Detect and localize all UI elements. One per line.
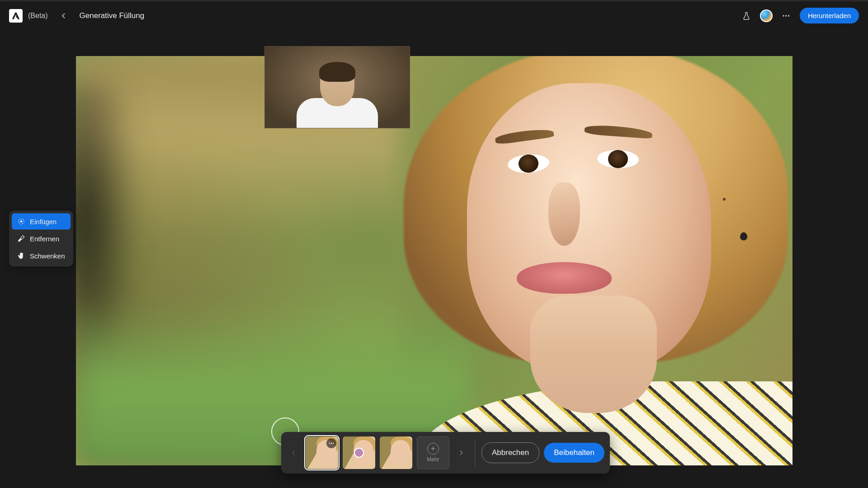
svg-point-0 — [783, 15, 784, 16]
labs-button[interactable] — [741, 10, 752, 21]
header-left: (Beta) Generative Füllung — [9, 9, 144, 23]
divider — [475, 439, 475, 466]
adobe-logo[interactable] — [9, 9, 23, 23]
portrait-nose — [548, 183, 580, 246]
generate-more-label: Mehr — [427, 456, 439, 463]
download-button[interactable]: Herunterladen — [800, 8, 859, 23]
back-button[interactable] — [57, 9, 71, 23]
chevron-right-icon — [458, 449, 465, 456]
ellipsis-icon — [328, 440, 335, 446]
variation-bar: + Mehr Abbrechen Beibehalten — [281, 432, 610, 474]
page-title: Generative Füllung — [80, 11, 145, 20]
portrait-mole — [723, 198, 726, 201]
chevron-left-icon — [290, 449, 297, 456]
tool-insert-label: Einfügen — [30, 218, 57, 225]
svg-point-4 — [329, 443, 330, 444]
user-avatar[interactable] — [760, 9, 773, 22]
tool-remove[interactable]: Entfernen — [12, 230, 71, 247]
tool-insert[interactable]: Einfügen — [12, 213, 71, 230]
more-menu-button[interactable] — [781, 10, 792, 21]
variation-thumbnail-1[interactable] — [306, 436, 338, 469]
chevron-left-icon — [60, 12, 68, 20]
pointer-cursor-icon — [354, 448, 364, 458]
eraser-icon — [17, 235, 25, 243]
generate-more-button[interactable]: + Mehr — [417, 436, 449, 469]
tool-pan-label: Schwenken — [30, 252, 65, 260]
canvas[interactable] — [76, 56, 793, 465]
keep-button[interactable]: Beibehalten — [544, 443, 604, 463]
adobe-a-icon — [11, 11, 20, 20]
hand-icon — [17, 252, 25, 260]
tool-remove-label: Entfernen — [30, 235, 59, 243]
variation-thumbnail-3[interactable] — [380, 436, 412, 469]
variation-thumbnail-2[interactable] — [343, 436, 375, 469]
tool-panel: Einfügen Entfernen Schwenken — [9, 211, 73, 267]
portrait-earring — [740, 232, 747, 240]
sparkle-add-icon — [17, 217, 25, 225]
app-header: (Beta) Generative Füllung Herunterladen — [0, 0, 868, 30]
webcam-overlay — [264, 46, 410, 128]
thumbnail-options-button[interactable] — [326, 438, 336, 448]
cancel-button[interactable]: Abbrechen — [481, 442, 539, 463]
portrait-lips — [517, 262, 612, 294]
svg-point-2 — [788, 15, 789, 16]
header-right: Herunterladen — [741, 8, 859, 23]
tool-pan[interactable]: Schwenken — [12, 248, 71, 264]
svg-point-5 — [331, 443, 332, 444]
ellipsis-icon — [782, 11, 791, 20]
beaker-icon — [742, 11, 751, 20]
plus-circle-icon: + — [427, 443, 439, 455]
next-variation-button[interactable] — [454, 441, 468, 464]
prev-variation-button[interactable] — [287, 441, 301, 464]
webcam-person — [297, 65, 378, 128]
svg-point-1 — [785, 15, 787, 16]
svg-point-6 — [333, 443, 334, 444]
portrait-subject — [377, 56, 793, 465]
beta-label: (Beta) — [28, 12, 48, 20]
